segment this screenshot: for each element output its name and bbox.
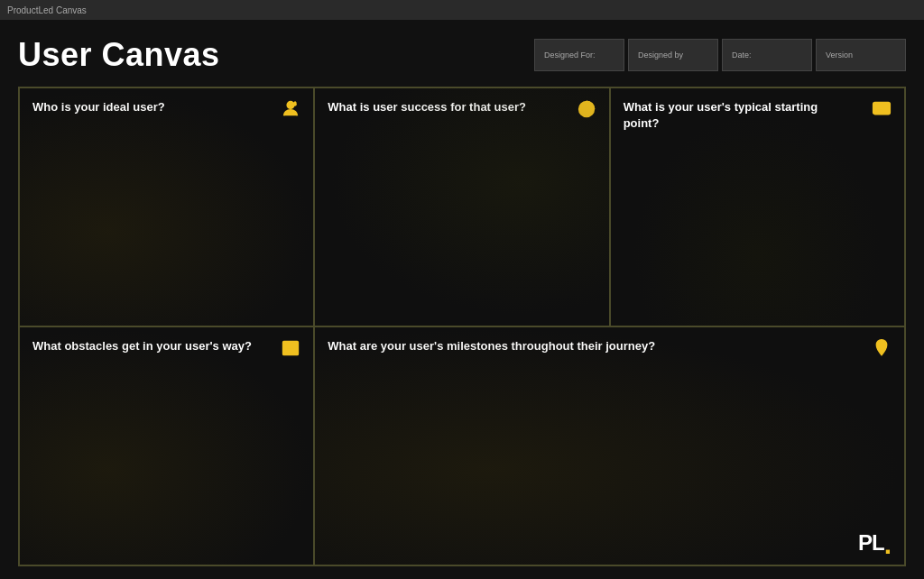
pin-icon [872, 338, 892, 363]
designed-for-field[interactable]: Designed For: [534, 39, 624, 71]
cell-obstacles-title: What obstacles get in your user's way? [32, 338, 252, 354]
cell-user-success-header: What is user success for that user? [328, 99, 596, 124]
cell-ideal-user[interactable]: Who is your ideal user? [19, 87, 314, 326]
logo-dot: . [884, 531, 892, 558]
date-field[interactable]: Date: [722, 39, 812, 71]
cell-obstacles-header: What obstacles get in your user's way? [32, 338, 300, 363]
designed-by-field[interactable]: Designed by [628, 39, 718, 71]
logo-text: PL [858, 530, 884, 556]
canvas-grid: Who is your ideal user? What is user suc… [18, 87, 906, 566]
header: User Canvas Designed For: Designed by Da… [18, 36, 906, 74]
cell-milestones-title: What are your user's milestones througho… [328, 338, 655, 354]
chat-icon [872, 99, 892, 124]
page-title: User Canvas [18, 36, 220, 74]
cell-ideal-user-header: Who is your ideal user? [32, 99, 300, 124]
app-bar-title: ProductLed Canvas [7, 5, 87, 15]
logo-area: PL. [858, 530, 892, 556]
list-icon [281, 338, 300, 363]
main-container: User Canvas Designed For: Designed by Da… [0, 20, 924, 579]
cell-starting-point-header: What is your user's typical starting poi… [624, 99, 892, 132]
cell-user-success[interactable]: What is user success for that user? [314, 87, 609, 326]
app-bar: ProductLed Canvas [0, 0, 924, 20]
cell-starting-point[interactable]: What is your user's typical starting poi… [610, 87, 905, 326]
date-label: Date: [732, 51, 802, 60]
cell-obstacles[interactable]: What obstacles get in your user's way? [19, 326, 314, 565]
cell-milestones[interactable]: What are your user's milestones througho… [314, 326, 905, 565]
cell-ideal-user-title: Who is your ideal user? [32, 99, 165, 115]
header-fields: Designed For: Designed by Date: Version [534, 39, 906, 71]
chart-icon [577, 99, 596, 124]
designed-for-label: Designed For: [544, 51, 614, 60]
svg-point-14 [880, 343, 884, 347]
cell-milestones-header: What are your user's milestones througho… [328, 338, 892, 363]
designed-by-label: Designed by [638, 51, 708, 60]
svg-rect-7 [873, 103, 890, 115]
cell-starting-point-title: What is your user's typical starting poi… [624, 99, 852, 132]
version-label: Version [826, 51, 896, 60]
cell-user-success-title: What is user success for that user? [328, 99, 526, 115]
person-icon [281, 99, 300, 124]
version-field[interactable]: Version [816, 39, 906, 71]
